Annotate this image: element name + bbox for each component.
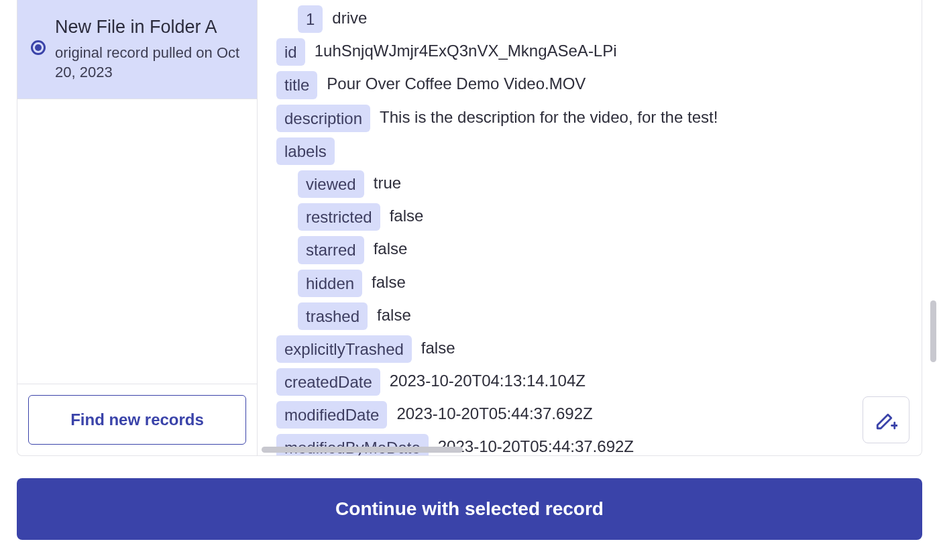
- field-key: id: [276, 38, 305, 66]
- record-picker-panel: New File in Folder A original record pul…: [17, 0, 922, 456]
- field-key: createdDate: [276, 368, 380, 396]
- field-value: 2023-10-20T05:44:37.692Z: [438, 434, 634, 455]
- radio-selected-icon[interactable]: [31, 40, 46, 55]
- field-key: viewed: [298, 170, 364, 198]
- field-key: labels: [276, 137, 335, 165]
- field-row: labels: [276, 137, 903, 165]
- field-value: false: [374, 236, 408, 261]
- field-key: title: [276, 71, 317, 99]
- field-row: modifiedDate 2023-10-20T05:44:37.692Z: [276, 401, 903, 429]
- field-key: description: [276, 105, 370, 132]
- record-item-text: New File in Folder A original record pul…: [55, 16, 243, 82]
- record-item[interactable]: New File in Folder A original record pul…: [17, 0, 257, 99]
- field-row: viewed true: [276, 170, 903, 198]
- vertical-scrollbar[interactable]: [930, 300, 936, 362]
- field-key: starred: [298, 236, 364, 264]
- record-item-subtitle: original record pulled on Oct 20, 2023: [55, 43, 243, 82]
- record-list: New File in Folder A original record pul…: [17, 0, 257, 384]
- field-key: 1: [298, 5, 323, 33]
- field-row: trashed false: [276, 302, 903, 330]
- field-value: false: [372, 270, 406, 294]
- horizontal-scrollbar[interactable]: [262, 447, 463, 453]
- find-new-records-button[interactable]: Find new records: [28, 395, 246, 445]
- field-row: starred false: [276, 236, 903, 264]
- field-value: 2023-10-20T04:13:14.104Z: [390, 368, 586, 393]
- record-detail: 1 drive id 1uhSnjqWJmjr4ExQ3nVX_MkngASeA…: [258, 0, 922, 455]
- field-row: description This is the description for …: [276, 105, 903, 132]
- footer-bar: Continue with selected record: [0, 459, 939, 560]
- field-row: restricted false: [276, 203, 903, 231]
- field-row: id 1uhSnjqWJmjr4ExQ3nVX_MkngASeA-LPi: [276, 38, 903, 66]
- field-row: 1 drive: [276, 5, 903, 33]
- field-row: createdDate 2023-10-20T04:13:14.104Z: [276, 368, 903, 396]
- continue-button[interactable]: Continue with selected record: [17, 478, 922, 540]
- field-row: title Pour Over Coffee Demo Video.MOV: [276, 71, 903, 99]
- field-value: true: [374, 170, 401, 195]
- field-value: drive: [332, 5, 367, 30]
- pencil-plus-icon: [875, 408, 897, 431]
- field-key: modifiedDate: [276, 401, 387, 429]
- field-value: false: [421, 335, 455, 360]
- field-value: Pour Over Coffee Demo Video.MOV: [327, 71, 586, 96]
- field-value: false: [390, 203, 424, 228]
- edit-add-button[interactable]: [863, 396, 909, 443]
- field-key: explicitlyTrashed: [276, 335, 412, 363]
- record-detail-scroll[interactable]: 1 drive id 1uhSnjqWJmjr4ExQ3nVX_MkngASeA…: [258, 0, 922, 455]
- sidebar-footer: Find new records: [17, 384, 257, 455]
- field-key: hidden: [298, 270, 362, 297]
- field-value: This is the description for the video, f…: [380, 105, 718, 129]
- field-row: explicitlyTrashed false: [276, 335, 903, 363]
- field-key: restricted: [298, 203, 380, 231]
- field-value: 1uhSnjqWJmjr4ExQ3nVX_MkngASeA-LPi: [315, 38, 617, 63]
- field-value: 2023-10-20T05:44:37.692Z: [396, 401, 592, 426]
- field-key: trashed: [298, 302, 368, 330]
- record-item-title: New File in Folder A: [55, 16, 243, 39]
- field-value: false: [377, 302, 411, 327]
- field-row: hidden false: [276, 270, 903, 297]
- record-sidebar: New File in Folder A original record pul…: [17, 0, 258, 455]
